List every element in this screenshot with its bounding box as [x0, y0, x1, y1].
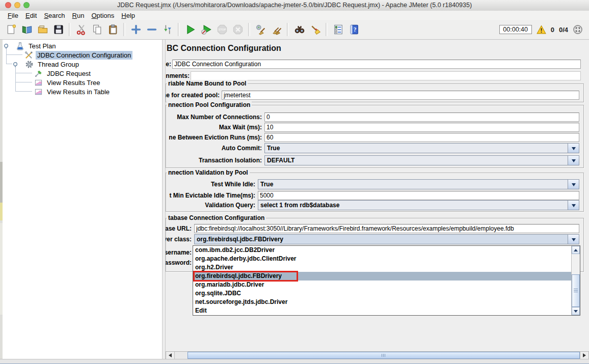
- paste-button[interactable]: [105, 22, 121, 38]
- search-button[interactable]: [291, 22, 307, 38]
- remote-indicator-icon: [573, 24, 583, 35]
- dropdown-item-selected[interactable]: org.firebirdsql.jdbc.FBDrivery: [193, 272, 572, 281]
- chevron-down-icon: [572, 204, 576, 209]
- collapse-all-button[interactable]: [144, 22, 159, 38]
- transaction-isolation-combo[interactable]: DEFAULT: [264, 155, 579, 165]
- max-wait-label: Max Wait (ms):: [219, 123, 262, 132]
- cut-button[interactable]: [73, 22, 89, 38]
- clear-icon: [255, 24, 266, 35]
- dropdown-item[interactable]: com.ibm.db2.jcc.DB2Driver: [193, 246, 572, 255]
- gear-icon: [25, 60, 34, 69]
- thumb-grip: [574, 289, 578, 293]
- tree-item-view-results-tree[interactable]: View Results Tree: [34, 78, 102, 87]
- save-button[interactable]: [50, 22, 66, 38]
- templates-button[interactable]: [19, 22, 35, 38]
- comments-input[interactable]: [191, 71, 581, 80]
- tree-item-test-plan[interactable]: Test Plan: [16, 41, 57, 50]
- chart-icon: [34, 78, 43, 87]
- tree-item-jdbc-request[interactable]: JDBC Request: [34, 69, 92, 78]
- toolbar-separator: [69, 23, 71, 36]
- toolbar-separator: [178, 23, 180, 36]
- scroll-left-button[interactable]: [166, 352, 175, 359]
- validation-query-label: Validation Query:: [205, 201, 255, 210]
- menu-run[interactable]: Run: [69, 12, 88, 19]
- dropdown-item[interactable]: Edit: [193, 306, 572, 315]
- auto-commit-label: Auto Commit:: [222, 144, 262, 153]
- menu-bar: File Edit Search Run Options Help: [0, 11, 589, 20]
- menu-search[interactable]: Search: [40, 12, 68, 19]
- dropdown-item[interactable]: org.mariadb.jdbc.Driver: [193, 281, 572, 289]
- group-connection-pool-configuration: nnection Pool Configuration Max Number o…: [166, 105, 584, 168]
- transaction-isolation-label: Transaction Isolation:: [199, 156, 262, 165]
- clear-all-button[interactable]: [269, 22, 284, 38]
- toggle-button[interactable]: [159, 22, 175, 38]
- scrollbar-thumb[interactable]: [572, 274, 580, 307]
- new-button[interactable]: [3, 22, 19, 38]
- dropdown-scrollbar[interactable]: [571, 246, 580, 315]
- tools-icon: [24, 51, 33, 60]
- max-connections-input[interactable]: [264, 113, 579, 122]
- auto-commit-combo[interactable]: True: [264, 143, 579, 153]
- scrollbar-thumb[interactable]: [188, 352, 580, 359]
- stop-button[interactable]: STOP: [214, 22, 230, 38]
- search-reset-button[interactable]: [307, 22, 323, 38]
- flask-icon: [16, 42, 24, 50]
- dropdown-item[interactable]: org.apache.derby.jdbc.ClientDriver: [193, 255, 572, 263]
- scroll-right-button[interactable]: [580, 352, 588, 359]
- split-pane-divider[interactable]: [162, 40, 166, 359]
- jdbc-driver-class-combo[interactable]: org.firebirdsql.jdbc.FBDrivery: [194, 234, 579, 244]
- expand-all-button[interactable]: [128, 22, 144, 38]
- thread-ratio: 0/4: [559, 26, 568, 34]
- copy-icon: [92, 24, 103, 35]
- tree-expand-handle[interactable]: [12, 61, 18, 67]
- menu-help[interactable]: Help: [118, 12, 139, 19]
- thumb-grip: [382, 354, 386, 357]
- chevron-down-icon: [572, 238, 576, 243]
- clear-button[interactable]: [253, 22, 269, 38]
- triangle-left-icon: [167, 353, 172, 357]
- start-button[interactable]: [182, 22, 198, 38]
- menu-file[interactable]: File: [4, 12, 22, 19]
- tree-connector: [15, 91, 32, 92]
- svg-text:?: ?: [353, 26, 356, 33]
- function-helper-button[interactable]: [330, 22, 346, 38]
- shutdown-button[interactable]: [230, 22, 246, 38]
- horizontal-scrollbar[interactable]: [166, 351, 589, 359]
- tree-connector: [6, 54, 22, 55]
- pool-name-label: iable Name for created pool:: [166, 91, 220, 100]
- dropdown-item[interactable]: net.sourceforge.jtds.jdbc.Driver: [193, 298, 572, 306]
- tree-expand-handle[interactable]: [3, 43, 9, 49]
- validation-query-combo[interactable]: select 1 from rdb$database: [258, 200, 579, 210]
- comments-label: nments:: [166, 71, 190, 80]
- tree-item-view-results-in-table[interactable]: View Results in Table: [34, 87, 111, 96]
- toolbar-separator: [123, 23, 125, 36]
- dropdown-item[interactable]: org.h2.Driver: [193, 263, 572, 272]
- scroll-up-button[interactable]: [572, 246, 580, 254]
- max-connections-label: Max Number of Connections:: [177, 113, 262, 122]
- menu-options[interactable]: Options: [88, 12, 118, 19]
- min-evictable-idle-input[interactable]: [258, 191, 579, 200]
- scroll-down-button[interactable]: [572, 307, 580, 315]
- dropdown-item[interactable]: org.sqlite.JDBC: [193, 289, 572, 298]
- tree-item-jdbc-connection-configuration[interactable]: JDBC Connection Configuration: [24, 50, 132, 60]
- max-wait-input[interactable]: [264, 123, 579, 132]
- help-button[interactable]: ?: [346, 22, 362, 38]
- open-button[interactable]: [35, 22, 50, 38]
- window-title: JDBC Request.jmx (/Users/mohitarora/Down…: [0, 0, 589, 11]
- toolbar-status-area: 00:00:40 0 0/4: [499, 24, 586, 35]
- tree-item-thread-group[interactable]: Thread Group: [25, 60, 81, 69]
- name-input[interactable]: [172, 60, 581, 69]
- panel-title: BC Connection Configuration: [167, 44, 281, 53]
- pool-name-input[interactable]: [222, 91, 579, 100]
- test-while-idle-combo[interactable]: True: [258, 179, 579, 189]
- svg-text:STOP: STOP: [218, 28, 226, 31]
- triangle-down-icon: [574, 310, 578, 315]
- test-plan-tree: Test Plan JDBC Connection Configuration …: [3, 40, 162, 359]
- eviction-runs-input[interactable]: [264, 133, 579, 142]
- start-no-pauses-button[interactable]: [198, 22, 214, 38]
- menu-edit[interactable]: Edit: [22, 12, 40, 19]
- database-url-input[interactable]: [194, 224, 579, 233]
- tree-connector: [6, 64, 12, 64]
- copy-button[interactable]: [89, 22, 105, 38]
- warning-icon[interactable]: [537, 25, 546, 35]
